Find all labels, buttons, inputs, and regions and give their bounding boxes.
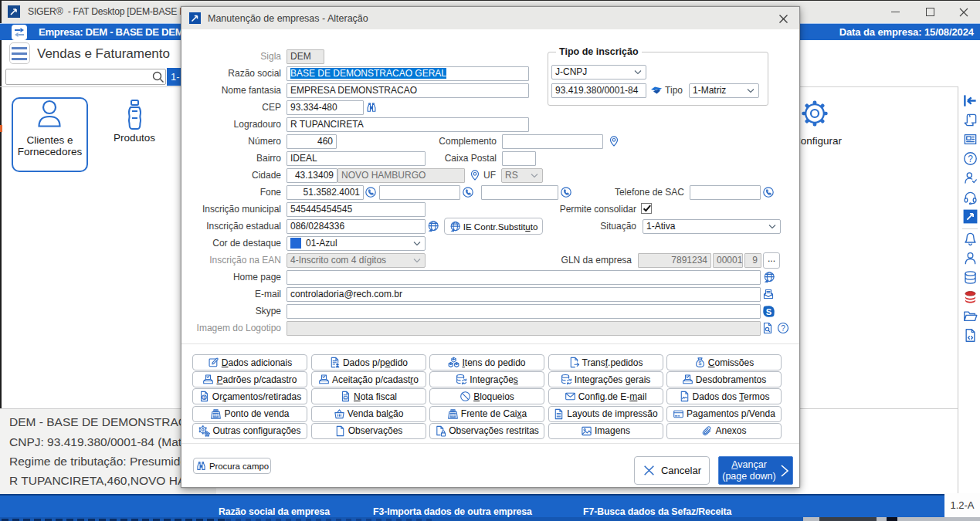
svg-text:?: ? bbox=[781, 324, 785, 333]
svg-text:$: $ bbox=[698, 360, 701, 366]
svg-text:S: S bbox=[766, 307, 771, 316]
svg-text:?: ? bbox=[968, 154, 973, 164]
